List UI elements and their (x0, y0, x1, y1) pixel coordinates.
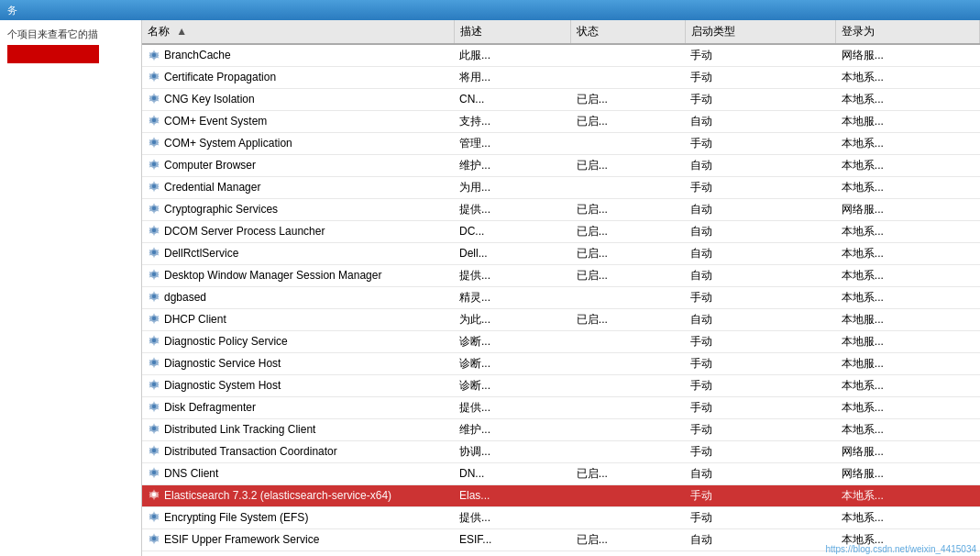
left-panel: 个项目来查看它的描 (0, 20, 142, 556)
table-row[interactable]: dgbased 精灵... 手动 本地系... (142, 286, 980, 308)
title-bar: 务 (0, 0, 980, 20)
service-startup-type: 手动 (685, 132, 836, 154)
service-name-cell: dgbased (142, 286, 454, 308)
service-status: 已启... (571, 110, 685, 132)
service-description: ESIF... (454, 528, 571, 550)
service-status: 已启... (571, 154, 685, 176)
service-status (571, 440, 685, 462)
service-description: 提供... (454, 506, 571, 528)
service-icon (148, 400, 160, 413)
service-startup-type: 自动 (685, 308, 836, 330)
service-status: 已启... (571, 308, 685, 330)
service-name-cell: DNS Client (142, 462, 454, 484)
table-row[interactable]: DNS Client DN... 已启... 自动 网络服... (142, 462, 980, 484)
service-login-as: 本地系... (836, 66, 980, 88)
table-row[interactable]: Diagnostic Policy Service 诊断... 手动 本地服..… (142, 330, 980, 352)
service-startup-type: 手动 (685, 176, 836, 198)
table-row[interactable]: Credential Manager 为用... 手动 本地系... (142, 176, 980, 198)
service-name-cell: Disk Defragmenter (142, 396, 454, 418)
service-startup-type: 手动 (685, 66, 836, 88)
service-login-as: 本地系... (836, 154, 980, 176)
service-login-as: 本地服... (836, 308, 980, 330)
service-login-as: 本地系... (836, 506, 980, 528)
col-name[interactable]: 名称 ▲ (142, 20, 454, 44)
service-description: 提供... (454, 264, 571, 286)
service-startup-type: 自动 (685, 198, 836, 220)
table-row[interactable]: Certificate Propagation 将用... 手动 本地系... (142, 66, 980, 88)
service-icon (148, 158, 160, 171)
service-description: 将用... (454, 66, 571, 88)
service-description: 协调... (454, 440, 571, 462)
service-startup-type: 手动 (685, 440, 836, 462)
service-name-cell: Computer Browser (142, 154, 454, 176)
table-row[interactable]: CNG Key Isolation CN... 已启... 手动 本地系... (142, 88, 980, 110)
service-description: DC... (454, 220, 571, 242)
service-status (571, 286, 685, 308)
service-login-as: 本地系... (836, 264, 980, 286)
service-name-cell: ESIF Upper Framework Service (142, 528, 454, 550)
col-description[interactable]: 描述 (454, 20, 571, 44)
table-row[interactable]: COM+ Event System 支持... 已启... 自动 本地服... (142, 110, 980, 132)
service-name-cell: Diagnostic System Host (142, 374, 454, 396)
table-row[interactable]: Disk Defragmenter 提供... 手动 本地系... (142, 396, 980, 418)
service-name-cell: COM+ System Application (142, 132, 454, 154)
col-status[interactable]: 状态 (571, 20, 685, 44)
table-row[interactable]: Encrypting File System (EFS) 提供... 手动 本地… (142, 506, 980, 528)
left-panel-description: 个项目来查看它的描 (7, 28, 134, 41)
col-login-as[interactable]: 登录为 (836, 20, 980, 44)
table-row[interactable]: DCOM Server Process Launcher DC... 已启...… (142, 220, 980, 242)
service-icon (148, 488, 160, 501)
service-name-cell: DCOM Server Process Launcher (142, 220, 454, 242)
table-row[interactable]: DellRctlService Dell... 已启... 自动 本地系... (142, 242, 980, 264)
service-status (571, 418, 685, 440)
service-status: 已启... (571, 462, 685, 484)
service-status: 已启... (571, 242, 685, 264)
table-row[interactable]: DHCP Client 为此... 已启... 自动 本地服... (142, 308, 980, 330)
service-login-as: 网络服... (836, 44, 980, 66)
service-name-cell: Diagnostic Policy Service (142, 330, 454, 352)
service-startup-type: 自动 (685, 462, 836, 484)
service-login-as: 本地系... (836, 484, 980, 506)
service-name-cell: Desktop Window Manager Session Manager (142, 264, 454, 286)
service-name-cell: Diagnostic Service Host (142, 352, 454, 374)
service-icon (148, 378, 160, 391)
table-row[interactable]: Desktop Window Manager Session Manager 提… (142, 264, 980, 286)
service-startup-type: 自动 (685, 242, 836, 264)
table-row[interactable]: Cryptographic Services 提供... 已启... 自动 网络… (142, 198, 980, 220)
service-name-cell: Distributed Link Tracking Client (142, 418, 454, 440)
services-table: 名称 ▲ 描述 状态 启动类型 登录为 BranchCache 此服... 手动… (142, 20, 980, 551)
sort-arrow-icon: ▲ (176, 25, 187, 38)
service-name-cell: Elasticsearch 7.3.2 (elasticsearch-servi… (142, 484, 454, 506)
table-row[interactable]: COM+ System Application 管理... 手动 本地系... (142, 132, 980, 154)
table-row[interactable]: Distributed Link Tracking Client 维护... 手… (142, 418, 980, 440)
service-name-cell: DellRctlService (142, 242, 454, 264)
table-row[interactable]: Computer Browser 维护... 已启... 自动 本地系... (142, 154, 980, 176)
service-startup-type: 手动 (685, 396, 836, 418)
service-icon (148, 510, 160, 523)
table-row[interactable]: Distributed Transaction Coordinator 协调..… (142, 440, 980, 462)
service-login-as: 本地系... (836, 374, 980, 396)
service-description: 管理... (454, 132, 571, 154)
table-row[interactable]: Diagnostic System Host 诊断... 手动 本地系... (142, 374, 980, 396)
service-startup-type: 手动 (685, 374, 836, 396)
service-icon (148, 268, 160, 281)
service-name-cell: COM+ Event System (142, 110, 454, 132)
service-status: 已启... (571, 528, 685, 550)
service-startup-type: 手动 (685, 506, 836, 528)
service-status (571, 330, 685, 352)
table-row[interactable]: BranchCache 此服... 手动 网络服... (142, 44, 980, 66)
service-startup-type: 自动 (685, 528, 836, 550)
service-description: Dell... (454, 242, 571, 264)
watermark: https://blog.csdn.net/weixin_4415034 (825, 544, 976, 554)
service-description: 提供... (454, 198, 571, 220)
service-icon (148, 136, 160, 149)
table-row[interactable]: Elasticsearch 7.3.2 (elasticsearch-servi… (142, 484, 980, 506)
col-startup-type[interactable]: 启动类型 (685, 20, 836, 44)
right-panel[interactable]: 名称 ▲ 描述 状态 启动类型 登录为 BranchCache 此服... 手动… (142, 20, 980, 556)
service-startup-type: 手动 (685, 88, 836, 110)
service-login-as: 本地系... (836, 220, 980, 242)
service-icon (148, 202, 160, 215)
table-row[interactable]: Diagnostic Service Host 诊断... 手动 本地服... (142, 352, 980, 374)
service-icon (148, 466, 160, 479)
table-header-row: 名称 ▲ 描述 状态 启动类型 登录为 (142, 20, 980, 44)
